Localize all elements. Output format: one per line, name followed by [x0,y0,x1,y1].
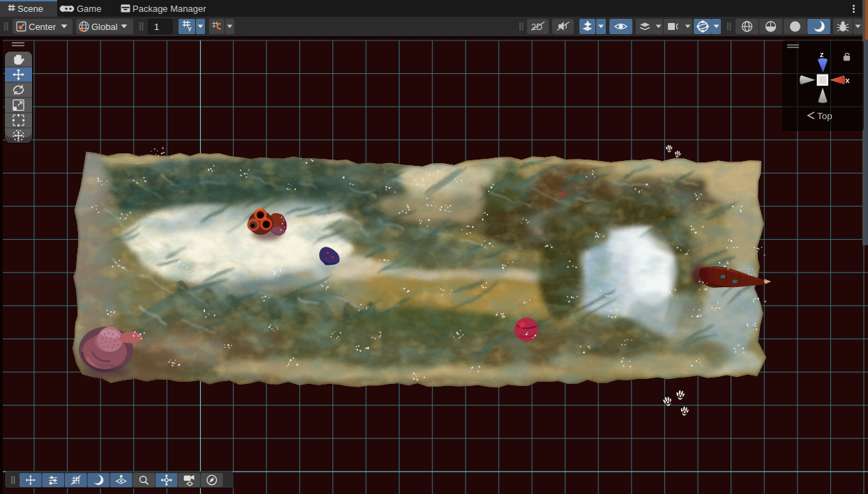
svg-text:z: z [820,50,824,59]
svg-text:Game: Game [77,3,101,14]
svg-text:Top: Top [817,111,832,121]
svg-text:1: 1 [154,22,159,32]
svg-text:Package Manager: Package Manager [132,3,206,14]
svg-text:x: x [846,76,851,84]
svg-text:Scene: Scene [17,3,43,14]
svg-text:Center: Center [29,22,56,32]
svg-text:Y: Y [188,26,192,33]
svg-text:Global: Global [91,22,118,32]
